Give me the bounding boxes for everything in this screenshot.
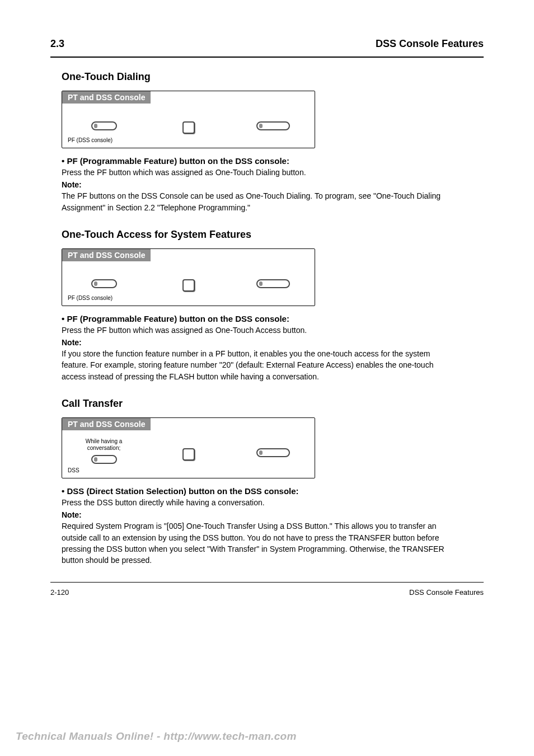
step-head: PT and DSS Console <box>62 418 315 430</box>
footer-section-label: DSS Console Features <box>409 588 484 597</box>
step-col-3 <box>240 111 306 130</box>
header-divider <box>50 57 484 58</box>
note-body: Required System Program is "[005] One-To… <box>62 520 453 566</box>
step-foot: PF (DSS console) <box>62 136 315 148</box>
step-col-1 <box>71 269 137 288</box>
page-footer: 2-120 DSS Console Features <box>50 588 484 597</box>
step-foot-left: DSS <box>68 467 79 473</box>
step-col-2 <box>156 438 221 461</box>
desc-lead: • PF (Programmable Feature) button on th… <box>62 314 453 323</box>
note-title: Note: <box>62 510 453 519</box>
step-tag: PT and DSS Console <box>62 91 151 104</box>
desc-body: Press the DSS button directly while havi… <box>62 497 453 508</box>
square-icon <box>182 448 195 461</box>
watermark-text: Technical Manuals Online! - http://www.t… <box>16 730 297 743</box>
step-box: PT and DSS Console PF (DSS console) <box>62 248 315 306</box>
step-body <box>62 104 315 136</box>
page-root: 2.3 DSS Console Features One-Touch Diali… <box>0 0 534 756</box>
step-body: While having a conversation; <box>62 430 315 466</box>
section-title: Call Transfer <box>50 398 484 410</box>
step-head: PT and DSS Console <box>62 249 315 261</box>
section-call-transfer: Call Transfer PT and DSS Console While h… <box>50 398 484 566</box>
step-box: PT and DSS Console PF (DSS console) <box>62 91 315 148</box>
chapter-number: 2.3 <box>50 38 64 50</box>
step-tag: PT and DSS Console <box>62 418 151 430</box>
note-title: Note: <box>62 338 453 347</box>
step-col-1 <box>71 111 137 130</box>
step-foot-left: PF (DSS console) <box>68 295 113 301</box>
wide-button-icon <box>256 279 290 288</box>
note-body: The PF buttons on the DSS Console can be… <box>62 190 453 213</box>
page-header: 2.3 DSS Console Features <box>50 38 484 50</box>
section-title: One-Touch Access for System Features <box>50 229 484 241</box>
desc-body: Press the PF button which was assigned a… <box>62 167 453 178</box>
section-one-touch-access: One-Touch Access for System Features PT … <box>50 229 484 382</box>
square-icon <box>182 121 195 134</box>
pf-button-icon <box>91 279 117 288</box>
step-body <box>62 261 315 294</box>
step-col-2 <box>156 111 221 134</box>
footer-divider <box>50 582 484 583</box>
step-col-1: While having a conversation; <box>71 438 137 464</box>
section-one-touch-dialing: One-Touch Dialing PT and DSS Console <box>50 71 484 213</box>
page-number: 2-120 <box>50 588 69 597</box>
desc-lead: • PF (Programmable Feature) button on th… <box>62 156 453 166</box>
step-col-1-label: While having a conversation; <box>71 438 137 452</box>
section-description: • DSS (Direct Station Selection) button … <box>62 486 453 566</box>
desc-body: Press the PF button which was assigned a… <box>62 325 453 336</box>
step-foot-left: PF (DSS console) <box>68 137 113 143</box>
step-col-2 <box>156 269 221 292</box>
chapter-number-text: 2.3 <box>50 38 64 49</box>
wide-button-icon <box>256 448 290 457</box>
step-col-3 <box>240 269 306 288</box>
chapter-subtitle-text: DSS Console Features <box>376 38 484 49</box>
step-tag: PT and DSS Console <box>62 249 151 261</box>
square-icon <box>182 279 195 292</box>
section-description: • PF (Programmable Feature) button on th… <box>62 156 453 213</box>
step-foot: PF (DSS console) <box>62 294 315 306</box>
section-title: One-Touch Dialing <box>50 71 484 83</box>
step-col-3 <box>240 438 306 457</box>
chapter-subtitle: DSS Console Features <box>376 38 484 50</box>
section-description: • PF (Programmable Feature) button on th… <box>62 314 453 382</box>
pf-button-icon <box>91 121 117 130</box>
desc-lead: • DSS (Direct Station Selection) button … <box>62 486 453 496</box>
wide-button-icon <box>256 121 290 130</box>
step-box: PT and DSS Console While having a conver… <box>62 417 315 478</box>
step-head: PT and DSS Console <box>62 91 315 104</box>
note-title: Note: <box>62 180 453 189</box>
dss-button-icon <box>91 455 117 464</box>
note-body: If you store the function feature number… <box>62 348 453 382</box>
step-foot: DSS <box>62 466 315 478</box>
